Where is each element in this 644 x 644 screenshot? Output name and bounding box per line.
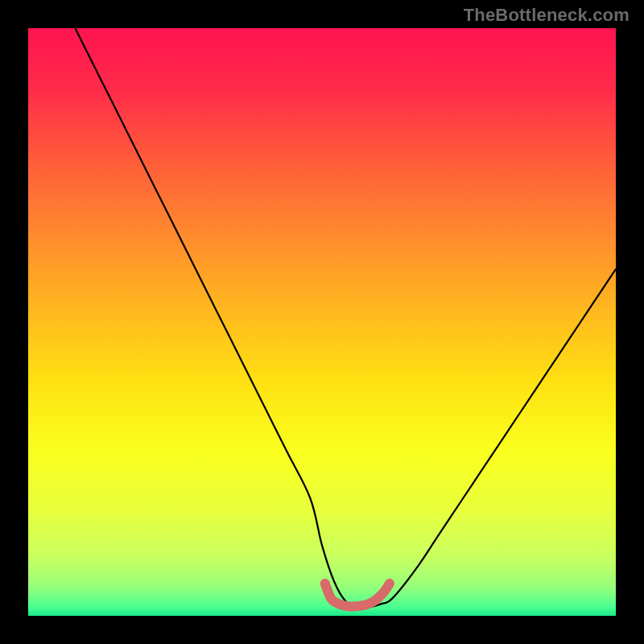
- watermark-text: TheBottleneck.com: [464, 5, 630, 26]
- chart-frame: TheBottleneck.com: [0, 0, 644, 644]
- bottleneck-curve: [75, 28, 616, 608]
- curve-layer: [28, 28, 616, 616]
- optimal-band: [325, 584, 390, 607]
- plot-area: [28, 28, 616, 616]
